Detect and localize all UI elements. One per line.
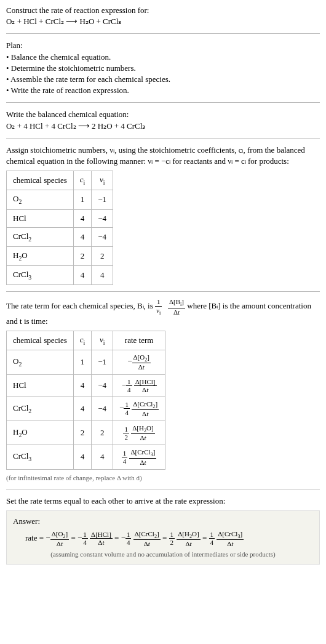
table-row: O21−1−Δ[O2]Δt (7, 350, 165, 374)
table-cell: 4 (92, 445, 113, 469)
table-cell: 2 (73, 421, 92, 445)
plan-item: • Balance the chemical equation. (6, 52, 320, 63)
answer-label: Answer: (13, 516, 313, 527)
divider (6, 102, 320, 103)
answer-box: Answer: rate = −Δ[O2]Δt = −14 Δ[HCl]Δt =… (6, 510, 320, 565)
table-header: νi (92, 171, 113, 190)
divider (6, 33, 320, 34)
plan-heading: Plan: (6, 40, 320, 51)
table-cell: −4 (92, 396, 113, 421)
table-cell: 2 (73, 246, 92, 265)
table-cell: 1 (73, 190, 92, 209)
table-cell: 4 (73, 227, 92, 246)
unbalanced-equation: O₂ + HCl + CrCl₂ ⟶ H₂O + CrCl₃ (6, 16, 320, 27)
table-cell: O2 (7, 190, 74, 209)
table-cell: 4 (73, 445, 92, 469)
table-row: CrCl24−4−14 Δ[CrCl2]Δt (7, 396, 165, 421)
table-row: CrCl344 (7, 266, 113, 285)
table-cell: 12 Δ[H2O]Δt (113, 421, 165, 445)
table-cell: −1 (92, 350, 113, 374)
table-header: chemical species (7, 331, 74, 350)
table-cell: 4 (73, 209, 92, 227)
table-cell: H2O (7, 421, 74, 445)
space (164, 302, 165, 311)
table-cell: CrCl3 (7, 445, 74, 469)
table-cell: 2 (92, 246, 113, 265)
table-header: ci (73, 171, 92, 190)
plan-item: • Write the rate of reaction expression. (6, 85, 320, 96)
table-row: HCl4−4 (7, 209, 113, 227)
answer-note: (assuming constant volume and no accumul… (13, 550, 313, 559)
table-cell: CrCl2 (7, 396, 74, 421)
table-cell: H2O (7, 246, 74, 265)
dB-over-dt: Δ[Bi]Δt (168, 298, 185, 315)
infinitesimal-note: (for infinitesimal rate of change, repla… (6, 473, 320, 483)
table-cell: 4 (73, 396, 92, 421)
table-cell: −4 (92, 227, 113, 246)
table-header: rate term (113, 331, 165, 350)
divider (6, 489, 320, 489)
table-cell: −1 (92, 190, 113, 209)
table-cell: −14 Δ[HCl]Δt (113, 374, 165, 396)
divider (6, 291, 320, 292)
table-cell: −Δ[O2]Δt (113, 350, 165, 374)
table-row: HCl4−4−14 Δ[HCl]Δt (7, 374, 165, 396)
table-row: H2O22 (7, 246, 113, 265)
table-cell: −4 (92, 209, 113, 227)
table-cell: HCl (7, 209, 74, 227)
table-cell: 4 (73, 266, 92, 285)
plan-list: • Balance the chemical equation.• Determ… (6, 52, 320, 97)
divider (6, 138, 320, 139)
table-cell: O2 (7, 350, 74, 374)
table-header: chemical species (7, 171, 74, 190)
table-row: CrCl24−4 (7, 227, 113, 246)
table-row: H2O2212 Δ[H2O]Δt (7, 421, 165, 445)
one-over-nu: 1νi (155, 298, 162, 315)
prompt-text: Construct the rate of reaction expressio… (6, 5, 320, 16)
answer-expression: rate = −Δ[O2]Δt = −14 Δ[HCl]Δt = −14 Δ[C… (13, 530, 313, 547)
plan-item: • Determine the stoichiometric numbers. (6, 63, 320, 74)
table-header: ci (73, 331, 92, 350)
table-cell: −14 Δ[CrCl2]Δt (113, 396, 165, 421)
balanced-heading: Write the balanced chemical equation: (6, 109, 320, 120)
table-cell: 4 (73, 374, 92, 396)
table-row: O21−1 (7, 190, 113, 209)
table-cell: 2 (92, 421, 113, 445)
stoich-text: Assign stoichiometric numbers, νᵢ, using… (6, 145, 320, 167)
rate-table: chemical speciesciνirate termO21−1−Δ[O2]… (6, 331, 165, 470)
table-cell: CrCl2 (7, 227, 74, 246)
table-cell: HCl (7, 374, 74, 396)
table-header: νi (92, 331, 113, 350)
table-cell: 4 (92, 266, 113, 285)
rate-intro-a: The rate term for each chemical species,… (6, 302, 155, 311)
table-cell: 1 (73, 350, 92, 374)
table-cell: −4 (92, 374, 113, 396)
rate-term-intro: The rate term for each chemical species,… (6, 298, 320, 327)
final-heading: Set the rate terms equal to each other t… (6, 496, 320, 507)
plan-item: • Assemble the rate term for each chemic… (6, 74, 320, 85)
table-cell: CrCl3 (7, 266, 74, 285)
table-row: CrCl34414 Δ[CrCl3]Δt (7, 445, 165, 469)
balanced-equation: O₂ + 4 HCl + 4 CrCl₂ ⟶ 2 H₂O + 4 CrCl₃ (6, 121, 320, 132)
stoich-table: chemical speciesciνiO21−1HCl4−4CrCl24−4H… (6, 171, 113, 285)
table-cell: 14 Δ[CrCl3]Δt (113, 445, 165, 469)
